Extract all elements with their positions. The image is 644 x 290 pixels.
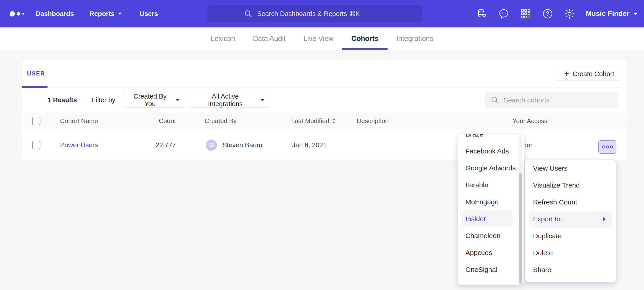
more-dot-icon <box>610 146 613 149</box>
filter-toolbar: 1 Results Filter by Created By You All A… <box>22 88 627 112</box>
nav-item-label: Dashboards <box>36 10 74 18</box>
chevron-down-icon <box>260 99 264 101</box>
top-nav: Dashboards Reports Users <box>0 0 644 28</box>
tab-live-view[interactable]: Live View <box>303 28 334 50</box>
created-by-name: Steven Baum <box>222 141 262 149</box>
menu-item-visualize-trend[interactable]: Visualize Trend <box>525 177 616 194</box>
submenu-item-moengage[interactable]: MoEngage <box>458 194 524 210</box>
menu-item-label: Export to... <box>533 215 566 223</box>
avatar: SB <box>206 139 217 151</box>
row-context-menu: View Users Visualize Trend Refresh Count… <box>525 160 616 282</box>
tab-cohorts[interactable]: Cohorts <box>352 28 379 50</box>
submenu-item-appcues[interactable]: Appcues <box>458 244 524 261</box>
submenu-item-google-adwords[interactable]: Google Adwords <box>458 160 524 177</box>
submenu-item-insider[interactable]: Insider <box>462 210 513 227</box>
cohort-type-tabs: USER + Create Cohort <box>22 60 627 88</box>
submenu-item-facebook-ads[interactable]: Facebook Ads <box>458 143 524 160</box>
mixpanel-logo[interactable] <box>10 11 28 17</box>
column-header-description[interactable]: Description <box>357 112 389 130</box>
global-search[interactable] <box>207 5 422 22</box>
table-row: Power Users 22,777 SB Steven Baum Jan 6,… <box>22 130 627 160</box>
created-by-filter-dropdown[interactable]: Created By You <box>123 93 185 108</box>
integrations-filter-dropdown[interactable]: All Active Integrations <box>189 93 270 108</box>
created-by-cell: SB Steven Baum <box>206 130 262 160</box>
active-tab-underline <box>22 86 48 88</box>
last-modified-cell: Jan 6, 2021 <box>292 130 327 160</box>
global-search-input[interactable] <box>257 10 385 18</box>
column-header-cohort-name[interactable]: Cohort Name <box>60 112 98 130</box>
feedback-icon[interactable] <box>498 8 510 20</box>
export-submenu-list: Braze Facebook Ads Google Adwords Iterab… <box>458 134 524 278</box>
logo-dot-small <box>22 13 24 15</box>
dropdown-label: All Active Integrations <box>194 93 256 108</box>
data-tabs: Lexicon Data Audit Live View Cohorts Int… <box>0 28 644 50</box>
select-all-checkbox[interactable] <box>32 117 40 125</box>
plus-icon: + <box>564 70 569 78</box>
tab-integrations[interactable]: Integrations <box>396 28 433 50</box>
chevron-down-icon <box>118 13 122 15</box>
scrollbar-thumb[interactable] <box>519 173 522 284</box>
column-header-created-by[interactable]: Created By <box>204 112 236 130</box>
column-header-last-modified[interactable]: Last Modified <box>291 112 336 130</box>
sort-icon <box>332 118 336 124</box>
chevron-down-icon <box>634 13 638 15</box>
svg-text:?: ? <box>546 10 549 17</box>
data-management-icon[interactable] <box>476 8 488 20</box>
cohort-search-input[interactable] <box>504 96 604 104</box>
submenu-item-iterable[interactable]: Iterable <box>458 177 524 194</box>
nav-item-reports[interactable]: Reports <box>90 10 122 18</box>
menu-item-duplicate[interactable]: Duplicate <box>525 228 616 244</box>
more-dot-icon <box>606 146 609 149</box>
cohort-search[interactable] <box>485 92 618 108</box>
row-checkbox[interactable] <box>32 141 40 149</box>
tab-data-audit[interactable]: Data Audit <box>253 28 286 50</box>
settings-gear-icon[interactable] <box>564 8 575 20</box>
row-more-actions-button[interactable] <box>598 140 616 154</box>
logo-dot-medium <box>17 12 20 16</box>
apps-grid-icon[interactable] <box>520 8 532 20</box>
cohort-link[interactable]: Power Users <box>60 141 98 149</box>
nav-item-label: Reports <box>90 10 115 18</box>
menu-item-delete[interactable]: Delete <box>525 244 616 261</box>
tab-user-cohorts[interactable]: USER <box>27 70 45 77</box>
menu-item-view-users[interactable]: View Users <box>525 160 616 177</box>
chevron-down-icon <box>176 99 180 101</box>
submenu-item-onesignal[interactable]: OneSignal <box>458 261 524 278</box>
column-header-count[interactable]: Count <box>135 112 176 130</box>
tab-lexicon[interactable]: Lexicon <box>211 28 235 50</box>
export-submenu: Braze Facebook Ads Google Adwords Iterab… <box>458 134 524 285</box>
results-count: 1 Results <box>48 96 77 104</box>
nav-item-dashboards[interactable]: Dashboards <box>36 10 74 18</box>
cohorts-card: USER + Create Cohort 1 Results Filter by… <box>22 60 627 160</box>
create-cohort-label: Create Cohort <box>572 70 614 78</box>
filter-by-label: Filter by <box>92 96 115 104</box>
create-cohort-button[interactable]: + Create Cohort <box>557 67 622 81</box>
menu-item-share[interactable]: Share <box>525 261 616 278</box>
project-name: Music Finder <box>586 10 630 18</box>
help-icon[interactable]: ? <box>542 8 553 20</box>
submenu-item-chameleon[interactable]: Chameleon <box>458 227 524 244</box>
search-icon <box>491 96 499 104</box>
submenu-item-braze[interactable]: Braze <box>458 134 524 143</box>
submenu-arrow-icon <box>603 217 606 221</box>
nav-right-cluster: ? Music Finder <box>476 0 644 28</box>
menu-item-refresh-count[interactable]: Refresh Count <box>525 194 616 211</box>
more-dot-icon <box>602 146 605 149</box>
column-header-label: Last Modified <box>291 117 329 125</box>
divider <box>84 95 84 105</box>
project-switcher[interactable]: Music Finder <box>586 10 638 18</box>
table-header: Cohort Name Count Created By Last Modifi… <box>22 112 627 130</box>
nav-item-users[interactable]: Users <box>140 10 158 18</box>
dropdown-label: Created By You <box>129 93 171 108</box>
menu-item-export-to[interactable]: Export to... <box>529 211 612 228</box>
logo-dot-large <box>10 11 15 17</box>
cohort-count-cell: 22,777 <box>135 130 176 160</box>
nav-item-label: Users <box>140 10 158 18</box>
cohort-name-cell: Power Users <box>60 130 98 160</box>
search-icon <box>244 10 252 18</box>
column-header-your-access[interactable]: Your Access <box>512 112 548 130</box>
